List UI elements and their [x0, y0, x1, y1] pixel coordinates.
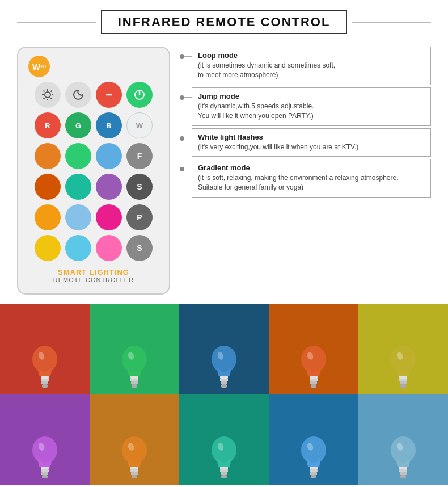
svg-rect-18 — [130, 376, 138, 379]
btn-row-5: P — [35, 204, 153, 230]
svg-rect-20 — [131, 381, 138, 384]
svg-point-29 — [301, 346, 326, 373]
btn-brightness-up[interactable] — [35, 82, 61, 108]
feature-connector-0 — [180, 47, 192, 87]
svg-rect-21 — [132, 384, 137, 388]
btn-darkorange[interactable] — [35, 174, 61, 200]
svg-rect-13 — [41, 379, 49, 381]
btn-lightcyan[interactable] — [65, 204, 91, 230]
svg-rect-56 — [221, 472, 227, 475]
page-header: INFRARED REMOTE CONTROL — [0, 0, 448, 41]
feature-connector-1 — [180, 87, 192, 128]
color-row-0 — [0, 304, 448, 394]
btn-pink[interactable] — [96, 204, 122, 230]
svg-point-35 — [391, 346, 416, 373]
bulb-icon-1-4 — [388, 434, 419, 480]
btn-hotpink[interactable] — [96, 235, 122, 261]
svg-rect-37 — [399, 379, 407, 381]
header-line-right — [352, 22, 431, 23]
remote-wrapper: W28 − R G B — [17, 47, 170, 295]
feature-desc-3: (it is soft, relaxing, making the enviro… — [198, 173, 425, 193]
bulb-icon-0-2 — [209, 343, 239, 389]
color-grid — [0, 304, 448, 485]
bulb-icon-0-1 — [119, 343, 150, 389]
btn-minus[interactable]: − — [96, 82, 122, 108]
svg-rect-19 — [130, 379, 138, 381]
feature-box-1: Jump mode (it's dynamic,with 5 speeds ad… — [192, 87, 431, 126]
btn-row-1: − — [35, 82, 153, 108]
bulb-icon-1-2 — [209, 434, 239, 480]
color-cell-1-4 — [358, 394, 448, 485]
svg-point-47 — [122, 436, 147, 464]
svg-rect-68 — [400, 472, 407, 475]
remote-label-sub: REMOTE CONTROLLER — [53, 276, 134, 283]
svg-rect-44 — [41, 472, 48, 475]
btn-limegreen[interactable] — [65, 143, 91, 169]
btn-power[interactable] — [126, 82, 153, 108]
bulb-icon-1-3 — [298, 434, 329, 480]
svg-rect-51 — [132, 475, 137, 478]
color-cell-1-0 — [0, 394, 90, 485]
btn-F[interactable]: F — [126, 143, 153, 169]
bulb-icon-0-0 — [29, 343, 60, 389]
remote-badge: W28 — [28, 56, 50, 77]
btn-brightness-down[interactable] — [65, 82, 91, 108]
svg-rect-31 — [310, 379, 318, 381]
btn-lightblue[interactable] — [96, 143, 122, 169]
svg-rect-32 — [310, 381, 317, 384]
btn-green[interactable]: G — [65, 112, 91, 138]
svg-line-7 — [44, 98, 45, 99]
btn-skyblue[interactable] — [65, 235, 91, 261]
btn-S1[interactable]: S — [126, 174, 153, 200]
btn-row-3: F — [35, 143, 153, 169]
svg-point-11 — [32, 346, 57, 373]
feature-hline-2 — [184, 138, 192, 138]
feature-desc-2: (it's very exciting,you will like it whe… — [198, 142, 425, 152]
color-cell-0-4 — [358, 304, 448, 394]
bulb-icon-0-4 — [388, 343, 419, 389]
page-title: INFRARED REMOTE CONTROL — [101, 10, 348, 34]
btn-P[interactable]: P — [126, 204, 153, 230]
svg-rect-54 — [220, 467, 228, 469]
btn-violet[interactable] — [96, 174, 122, 200]
mid-section: W28 − R G B — [0, 41, 448, 304]
svg-rect-63 — [311, 475, 316, 478]
svg-rect-60 — [310, 467, 318, 469]
feature-connector-3 — [180, 159, 192, 200]
feature-dot-1 — [180, 95, 184, 100]
feature-dot-2 — [180, 136, 184, 141]
svg-rect-14 — [41, 381, 48, 384]
svg-rect-30 — [310, 376, 318, 379]
svg-rect-48 — [130, 467, 138, 469]
btn-cyan[interactable] — [65, 174, 91, 200]
btn-S2[interactable]: S — [126, 235, 153, 261]
feature-dot-3 — [180, 167, 184, 171]
btn-red[interactable]: R — [35, 112, 61, 138]
color-row-1 — [0, 394, 448, 485]
svg-rect-45 — [42, 475, 48, 478]
btn-yellow-orange[interactable] — [35, 204, 61, 230]
svg-line-5 — [44, 91, 45, 92]
svg-point-0 — [45, 92, 50, 98]
svg-point-53 — [212, 436, 236, 464]
svg-point-41 — [32, 436, 57, 464]
svg-rect-61 — [310, 469, 318, 472]
feature-desc-0: (it is sometimes dynamic and sometimes s… — [198, 61, 425, 81]
btn-yellow[interactable] — [35, 235, 61, 261]
svg-rect-12 — [41, 376, 49, 379]
feature-item-3: Gradient mode (it is soft, relaxing, mak… — [180, 159, 431, 200]
color-cell-0-2 — [179, 304, 269, 394]
svg-point-23 — [212, 346, 236, 373]
btn-white[interactable]: W — [126, 112, 153, 138]
feature-desc-1: (it's dynamic,with 5 speeds adjustable.Y… — [198, 102, 425, 121]
svg-rect-43 — [41, 469, 49, 472]
svg-line-8 — [51, 91, 52, 92]
btn-orange[interactable] — [35, 143, 61, 169]
btn-blue[interactable]: B — [96, 112, 122, 138]
btn-row-2: R G B W — [35, 112, 153, 138]
header-line-left — [17, 22, 96, 23]
color-cell-1-2 — [179, 394, 269, 485]
feature-item-0: Loop mode (it is sometimes dynamic and s… — [180, 47, 431, 87]
svg-rect-27 — [221, 384, 227, 388]
svg-rect-25 — [220, 379, 228, 381]
